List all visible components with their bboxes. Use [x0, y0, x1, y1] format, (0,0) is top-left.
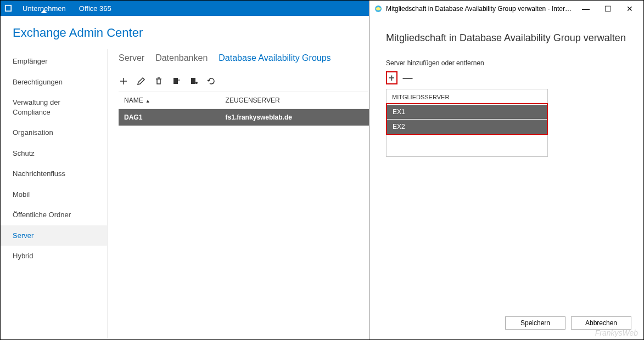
member-list-header: MITGLIEDSSERVER [387, 89, 547, 104]
member-rows-highlight: EX1 EX2 [386, 103, 548, 135]
sidebar-item-hybrid[interactable]: Hybrid [1, 246, 107, 267]
member-row[interactable]: EX2 [387, 119, 547, 134]
dialog-footer: Speichern Abbrechen [505, 316, 631, 330]
tab-databases[interactable]: Datenbanken [155, 53, 208, 63]
sidebar-item-publicfolders[interactable]: Öffentliche Ordner [1, 205, 107, 225]
member-list-spacer [387, 134, 547, 156]
col-name[interactable]: NAME▲ [119, 92, 220, 109]
add-icon[interactable] [119, 76, 128, 86]
sidebar-item-server[interactable]: Server [1, 225, 107, 246]
ie-icon [374, 4, 383, 13]
delete-icon[interactable] [154, 76, 164, 86]
svg-point-7 [195, 82, 198, 84]
add-server-highlight: + [386, 71, 397, 84]
close-icon[interactable]: ✕ [620, 4, 639, 13]
dialog-titlebar: Mitgliedschaft in Database Availability … [369, 1, 643, 17]
svg-rect-5 [178, 80, 180, 81]
minimize-icon[interactable]: — [576, 4, 595, 13]
sidebar-item-recipients[interactable]: Empfänger [1, 51, 107, 72]
topbar-enterprise[interactable]: Unternehmen [16, 4, 72, 13]
save-button[interactable]: Speichern [505, 316, 565, 330]
dialog-window: Mitgliedschaft in Database Availability … [369, 1, 643, 339]
sort-asc-icon: ▲ [145, 98, 150, 104]
dialog-subtext: Server hinzufügen oder entfernen [386, 59, 627, 67]
dialog-heading: Mitgliedschaft in Database Availability … [386, 32, 627, 44]
dialog-title-text: Mitgliedschaft in Database Availability … [386, 5, 573, 13]
tab-server[interactable]: Server [119, 53, 144, 63]
remove-server-icon[interactable]: — [403, 72, 413, 84]
sidebar-item-mobile[interactable]: Mobil [1, 184, 107, 205]
settings1-icon[interactable] [171, 76, 181, 86]
member-row[interactable]: EX1 [387, 104, 547, 119]
sidebar-item-compliance[interactable]: Verwaltung der Compliance [1, 92, 107, 122]
tab-dag[interactable]: Database Availability Groups [219, 53, 331, 63]
sidebar-item-organization[interactable]: Organisation [1, 122, 107, 143]
edit-icon[interactable] [136, 76, 146, 86]
cancel-button[interactable]: Abbrechen [571, 316, 631, 330]
topbar-office365[interactable]: Office 365 [72, 4, 118, 13]
svg-rect-6 [191, 78, 195, 84]
add-remove-bar: + — [386, 71, 627, 84]
add-server-icon[interactable]: + [389, 72, 395, 83]
svg-rect-1 [6, 6, 11, 11]
sidebar: Empfänger Berechtigungen Verwaltung der … [1, 49, 108, 338]
settings2-icon[interactable] [189, 76, 199, 86]
app-icon [1, 1, 16, 16]
watermark: FrankysWeb [595, 328, 638, 337]
cell-name: DAG1 [119, 109, 220, 126]
svg-rect-4 [173, 78, 178, 84]
sidebar-item-mailflow[interactable]: Nachrichtenfluss [1, 163, 107, 184]
sidebar-item-permissions[interactable]: Berechtigungen [1, 72, 107, 93]
sidebar-item-protection[interactable]: Schutz [1, 143, 107, 164]
refresh-icon[interactable] [206, 76, 216, 86]
maximize-icon[interactable]: ☐ [598, 4, 617, 13]
member-server-list: MITGLIEDSSERVER EX1 EX2 [386, 89, 548, 157]
